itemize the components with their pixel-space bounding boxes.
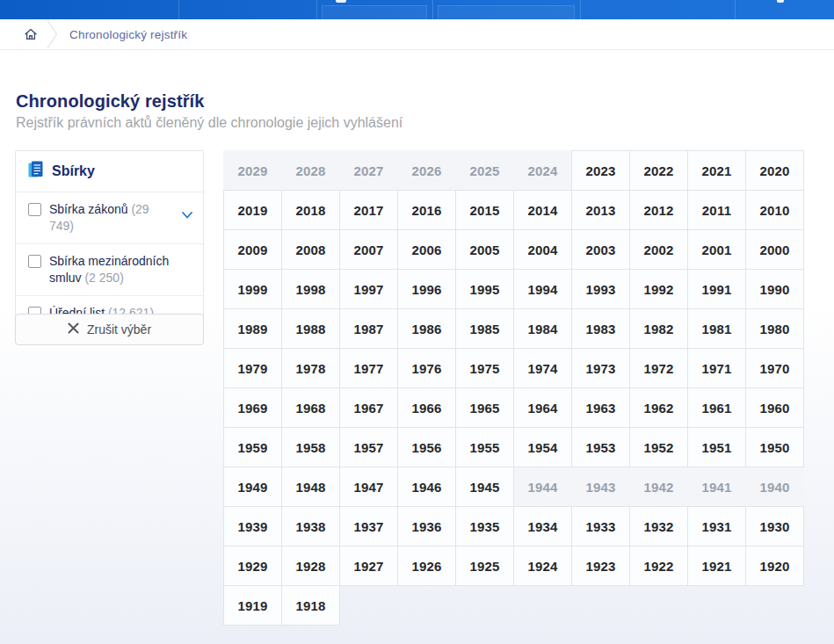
checkbox-sbirka-zakonu[interactable]	[28, 203, 41, 216]
chevron-down-icon[interactable]	[182, 206, 192, 222]
year-cell-1969[interactable]: 1969	[223, 387, 282, 428]
filter-sbirka-zakonu[interactable]: Sbírka zákonů (29 749)	[16, 192, 203, 243]
year-cell-2022[interactable]: 2022	[629, 150, 688, 191]
year-cell-2010[interactable]: 2010	[745, 190, 804, 230]
year-cell-1948[interactable]: 1948	[281, 467, 340, 507]
checkbox-sbirka-mezinarodnich-smluv[interactable]	[28, 255, 41, 268]
year-cell-1920[interactable]: 1920	[745, 546, 804, 586]
year-cell-1992[interactable]: 1992	[629, 269, 688, 309]
year-cell-1946[interactable]: 1946	[397, 467, 456, 507]
year-cell-1918[interactable]: 1918	[281, 585, 340, 626]
year-cell-1955[interactable]: 1955	[455, 427, 514, 467]
year-cell-1982[interactable]: 1982	[629, 308, 688, 349]
year-cell-2016[interactable]: 2016	[397, 190, 456, 230]
year-cell-1961[interactable]: 1961	[687, 387, 746, 428]
year-cell-1965[interactable]: 1965	[455, 387, 514, 428]
year-cell-1956[interactable]: 1956	[397, 427, 456, 467]
year-cell-1939[interactable]: 1939	[223, 506, 282, 546]
year-cell-1954[interactable]: 1954	[513, 427, 572, 467]
year-cell-1932[interactable]: 1932	[629, 506, 688, 546]
year-cell-2021[interactable]: 2021	[687, 150, 746, 191]
year-cell-1951[interactable]: 1951	[687, 427, 746, 467]
year-cell-2009[interactable]: 2009	[223, 229, 282, 270]
year-cell-1977[interactable]: 1977	[339, 348, 398, 388]
year-cell-1957[interactable]: 1957	[339, 427, 398, 467]
year-cell-2023[interactable]: 2023	[571, 150, 630, 191]
year-cell-2020[interactable]: 2020	[745, 150, 804, 191]
year-cell-1986[interactable]: 1986	[397, 308, 456, 349]
year-cell-1950[interactable]: 1950	[745, 427, 804, 467]
year-cell-1991[interactable]: 1991	[687, 269, 746, 309]
year-cell-2006[interactable]: 2006	[397, 229, 456, 270]
year-cell-1988[interactable]: 1988	[281, 308, 340, 349]
year-cell-1926[interactable]: 1926	[397, 546, 456, 586]
year-cell-2015[interactable]: 2015	[455, 190, 514, 230]
clear-selection-button[interactable]: Zrušit výběr	[15, 314, 204, 345]
year-cell-1993[interactable]: 1993	[571, 269, 630, 309]
year-cell-1978[interactable]: 1978	[281, 348, 340, 388]
year-cell-1984[interactable]: 1984	[513, 308, 572, 349]
year-cell-1980[interactable]: 1980	[745, 308, 804, 349]
home-icon[interactable]	[24, 27, 38, 41]
year-cell-1972[interactable]: 1972	[629, 348, 688, 388]
year-cell-1994[interactable]: 1994	[513, 269, 572, 309]
year-cell-1968[interactable]: 1968	[281, 387, 340, 428]
year-cell-1930[interactable]: 1930	[745, 506, 804, 546]
year-cell-1952[interactable]: 1952	[629, 427, 688, 467]
year-cell-2007[interactable]: 2007	[339, 229, 398, 270]
year-cell-1989[interactable]: 1989	[223, 308, 282, 349]
year-cell-1953[interactable]: 1953	[571, 427, 630, 467]
year-cell-1964[interactable]: 1964	[513, 387, 572, 428]
breadcrumb-current[interactable]: Chronologický rejstřík	[69, 28, 187, 41]
year-cell-1976[interactable]: 1976	[397, 348, 456, 388]
year-cell-1973[interactable]: 1973	[571, 348, 630, 388]
year-cell-1937[interactable]: 1937	[339, 506, 398, 546]
year-cell-1921[interactable]: 1921	[687, 546, 746, 586]
year-cell-2018[interactable]: 2018	[281, 190, 340, 230]
filter-sbirka-mezinarodnich-smluv[interactable]: Sbírka mezinárodních smluv (2 250)	[16, 244, 203, 295]
year-cell-1999[interactable]: 1999	[223, 269, 282, 309]
year-cell-1923[interactable]: 1923	[571, 546, 630, 586]
year-cell-1938[interactable]: 1938	[281, 506, 340, 546]
year-cell-1963[interactable]: 1963	[571, 387, 630, 428]
year-cell-1928[interactable]: 1928	[281, 546, 340, 586]
year-cell-2013[interactable]: 2013	[571, 190, 630, 230]
year-cell-1995[interactable]: 1995	[455, 269, 514, 309]
year-cell-1929[interactable]: 1929	[223, 546, 282, 586]
year-cell-1947[interactable]: 1947	[339, 467, 398, 507]
year-cell-1945[interactable]: 1945	[455, 467, 514, 507]
year-cell-2003[interactable]: 2003	[571, 229, 630, 270]
year-cell-1925[interactable]: 1925	[455, 546, 514, 586]
year-cell-1927[interactable]: 1927	[339, 546, 398, 586]
year-cell-1936[interactable]: 1936	[397, 506, 456, 546]
year-cell-2014[interactable]: 2014	[513, 190, 572, 230]
year-cell-1967[interactable]: 1967	[339, 387, 398, 428]
year-cell-1970[interactable]: 1970	[745, 348, 804, 388]
year-cell-2019[interactable]: 2019	[223, 190, 282, 230]
year-cell-1975[interactable]: 1975	[455, 348, 514, 388]
year-cell-1960[interactable]: 1960	[745, 387, 804, 428]
year-cell-1990[interactable]: 1990	[745, 269, 804, 309]
year-cell-2002[interactable]: 2002	[629, 229, 688, 270]
year-cell-2012[interactable]: 2012	[629, 190, 688, 230]
year-cell-1934[interactable]: 1934	[513, 506, 572, 546]
year-cell-1933[interactable]: 1933	[571, 506, 630, 546]
year-cell-1931[interactable]: 1931	[687, 506, 746, 546]
year-cell-1959[interactable]: 1959	[223, 427, 282, 467]
year-cell-2011[interactable]: 2011	[687, 190, 746, 230]
year-cell-2004[interactable]: 2004	[513, 229, 572, 270]
year-cell-1962[interactable]: 1962	[629, 387, 688, 428]
year-cell-1979[interactable]: 1979	[223, 348, 282, 388]
year-cell-2008[interactable]: 2008	[281, 229, 340, 270]
year-cell-2001[interactable]: 2001	[687, 229, 746, 270]
year-cell-1966[interactable]: 1966	[397, 387, 456, 428]
year-cell-1971[interactable]: 1971	[687, 348, 746, 388]
year-cell-1922[interactable]: 1922	[629, 546, 688, 586]
year-cell-1958[interactable]: 1958	[281, 427, 340, 467]
year-cell-1981[interactable]: 1981	[687, 308, 746, 349]
year-cell-1997[interactable]: 1997	[339, 269, 398, 309]
year-cell-1924[interactable]: 1924	[513, 546, 572, 586]
year-cell-1987[interactable]: 1987	[339, 308, 398, 349]
year-cell-1919[interactable]: 1919	[223, 585, 282, 626]
year-cell-2005[interactable]: 2005	[455, 229, 514, 270]
